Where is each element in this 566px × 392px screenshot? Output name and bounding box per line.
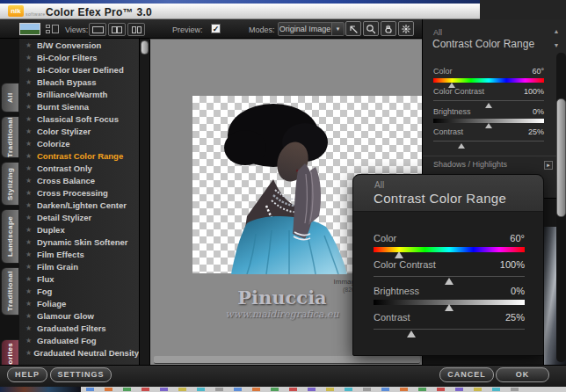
category-tab-3-landscape[interactable]: Landscape [1, 209, 19, 264]
watermark-url: www.maidiregrafica.eu [194, 309, 370, 320]
background-app-icon [123, 388, 131, 391]
filter-item[interactable]: ★Dynamic Skin Softener [19, 236, 139, 248]
favorite-star-icon[interactable]: ★ [25, 152, 37, 160]
preview-checkbox[interactable]: ✓ [211, 24, 221, 33]
favorite-star-icon[interactable]: ★ [25, 214, 37, 221]
layout-toggle-icon[interactable] [46, 24, 59, 34]
single-view-button[interactable] [89, 23, 106, 36]
filter-item[interactable]: ★Burnt Sienna [19, 100, 139, 113]
favorite-star-icon[interactable]: ★ [25, 78, 37, 86]
select-tool-button[interactable] [345, 21, 361, 36]
favorite-star-icon[interactable]: ★ [25, 238, 37, 246]
filter-item-label: Duplex [37, 225, 65, 235]
pan-tool-button[interactable] [381, 21, 396, 36]
scroll-up-icon[interactable]: ▲ [551, 26, 562, 37]
filter-list-scrollbar-thumb[interactable] [141, 40, 149, 54]
scroll-down-icon[interactable]: ▼ [551, 40, 562, 51]
background-color-tool-button[interactable] [398, 21, 414, 36]
favorite-star-icon[interactable]: ★ [25, 91, 37, 98]
favorite-star-icon[interactable]: ★ [25, 201, 37, 209]
category-tab-4-traditional[interactable]: Traditional [1, 267, 19, 316]
filter-item[interactable]: ★Flux [19, 272, 139, 285]
slider-track[interactable] [374, 276, 525, 277]
filter-item[interactable]: ★Brilliance/Warmth [19, 88, 139, 100]
filter-item[interactable]: ★Glamour Glow [19, 309, 139, 322]
help-button[interactable]: HELP [7, 367, 47, 382]
filter-item[interactable]: ★Bi-Color Filters [19, 51, 139, 63]
favorite-star-icon[interactable]: ★ [25, 164, 37, 172]
filter-item[interactable]: ★Graduated Filters [19, 322, 139, 334]
favorite-star-icon[interactable]: ★ [25, 287, 37, 295]
dropdown-arrow-icon[interactable]: ▼ [331, 23, 344, 35]
filter-item[interactable]: ★Film Grain [19, 260, 139, 272]
background-app-icon [326, 388, 334, 391]
filter-item[interactable]: ★Darken/Lighten Center [19, 199, 139, 211]
preview-bottom-bar[interactable] [154, 356, 420, 364]
filter-item[interactable]: ★Color Stylizer [19, 125, 139, 137]
favorite-star-icon[interactable]: ★ [25, 127, 37, 135]
favorite-star-icon[interactable]: ★ [25, 337, 37, 345]
category-tab-0-all[interactable]: All [1, 83, 19, 113]
modes-dropdown[interactable]: Original Image ▼ [278, 22, 345, 36]
filter-item[interactable]: ★Bleach Bypass [19, 76, 139, 88]
category-tab-1-traditional[interactable]: Traditional [1, 116, 19, 158]
slider-track[interactable] [433, 141, 544, 142]
slider-marker[interactable] [395, 251, 403, 258]
background-app-icon [234, 388, 242, 391]
filter-item[interactable]: ★Graduated Fog [19, 334, 139, 346]
zoom-tool-button[interactable] [363, 21, 379, 36]
filter-item[interactable]: ★Detail Stylizer [19, 211, 139, 223]
favorite-star-icon[interactable]: ★ [25, 103, 37, 111]
filter-item[interactable]: ★B/W Conversion [19, 39, 139, 51]
settings-button[interactable]: SETTINGS [50, 367, 112, 382]
favorite-star-icon[interactable]: ★ [25, 115, 37, 123]
filter-item[interactable]: ★Contrast Color Range [19, 149, 139, 162]
filter-item[interactable]: ★Classical Soft Focus [19, 113, 139, 125]
filter-item[interactable]: ★Colorize [19, 137, 139, 149]
cancel-button[interactable]: CANCEL [439, 367, 494, 382]
filter-item[interactable]: ★Cross Processing [19, 186, 139, 199]
filter-item[interactable]: ★Graduated Neutral Density [19, 346, 139, 359]
expander-icon[interactable]: ▸ [544, 161, 553, 170]
favorite-star-icon[interactable]: ★ [25, 66, 37, 74]
favorite-star-icon[interactable]: ★ [25, 263, 37, 271]
favorite-star-icon[interactable]: ★ [25, 54, 37, 62]
filter-item[interactable]: ★Film Effects [19, 248, 139, 260]
favorite-star-icon[interactable]: ★ [25, 41, 37, 49]
filter-list-scrollbar[interactable] [139, 39, 149, 365]
background-app-icon [105, 388, 112, 391]
slider-marker[interactable] [445, 304, 454, 311]
favorite-star-icon[interactable]: ★ [25, 189, 37, 197]
favorite-star-icon[interactable]: ★ [25, 177, 37, 185]
favorite-star-icon[interactable]: ★ [25, 300, 37, 308]
filter-item[interactable]: ★Duplex [19, 223, 139, 236]
slider-color-contrast: Color Contrast100% [374, 259, 525, 286]
favorite-star-icon[interactable]: ★ [25, 226, 37, 234]
panel-scrollbar-thumb[interactable] [556, 98, 566, 217]
favorite-star-icon[interactable]: ★ [25, 250, 37, 258]
overlay-category: All [374, 180, 384, 190]
filter-item-label: Graduated Fog [37, 336, 97, 345]
slider-track[interactable] [374, 329, 525, 330]
favorite-star-icon[interactable]: ★ [25, 312, 37, 320]
filter-item[interactable]: ★Contrast Only [19, 162, 139, 174]
slider-contrast: Contrast25% [433, 127, 544, 148]
image-thumbnail-icon[interactable] [19, 23, 40, 35]
filter-item[interactable]: ★Cross Balance [19, 174, 139, 186]
favorite-star-icon[interactable]: ★ [25, 275, 37, 283]
slider-marker[interactable] [458, 143, 465, 149]
slider-track[interactable] [433, 100, 544, 101]
favorite-star-icon[interactable]: ★ [25, 349, 33, 357]
slider-value: 100% [500, 259, 525, 273]
slider-marker[interactable] [445, 278, 454, 285]
slider-marker[interactable] [407, 330, 416, 338]
filter-item[interactable]: ★Fog [19, 285, 139, 297]
side-by-side-view-button[interactable] [127, 23, 145, 36]
favorite-star-icon[interactable]: ★ [25, 324, 37, 332]
ok-button[interactable]: OK [496, 367, 549, 382]
split-view-button[interactable] [108, 23, 126, 36]
favorite-star-icon[interactable]: ★ [25, 140, 37, 148]
category-tab-2-stylizing[interactable]: Stylizing [1, 162, 19, 206]
filter-item[interactable]: ★Foliage [19, 297, 139, 309]
filter-item[interactable]: ★Bi-Color User Defined [19, 63, 139, 76]
